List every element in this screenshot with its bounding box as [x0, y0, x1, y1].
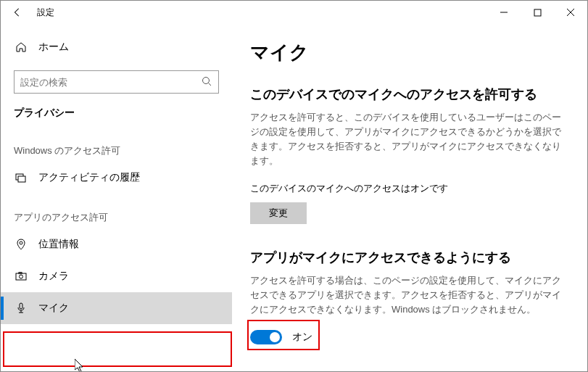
section-privacy: プライバシー [1, 99, 232, 127]
nav-label: マイク [38, 302, 69, 315]
page-title: マイク [250, 40, 570, 65]
nav-location[interactable]: 位置情報 [1, 228, 232, 260]
svg-line-3 [209, 83, 212, 86]
nav-camera[interactable]: カメラ [1, 260, 232, 292]
home-nav[interactable]: ホーム [1, 33, 232, 62]
toggle-label: オン [292, 331, 312, 344]
nav-label: 位置情報 [38, 238, 79, 251]
activity-icon [14, 172, 28, 183]
section-windows-perm: Windows のアクセス許可 [1, 127, 232, 162]
svg-rect-1 [534, 9, 541, 16]
heading-device-access: このデバイスでのマイクへのアクセスを許可する [250, 86, 570, 103]
nav-microphone[interactable]: マイク [1, 292, 232, 324]
svg-point-6 [20, 241, 22, 244]
svg-point-2 [203, 77, 210, 83]
back-button[interactable] [1, 1, 34, 24]
close-button[interactable] [554, 1, 587, 24]
nav-label: アクティビティの履歴 [38, 171, 140, 184]
section-app-perm: アプリのアクセス許可 [1, 194, 232, 228]
home-icon [14, 41, 28, 53]
nav-activity-history[interactable]: アクティビティの履歴 [1, 162, 232, 194]
home-label: ホーム [38, 41, 69, 54]
nav-label: カメラ [38, 270, 69, 283]
desc-app-access: アクセスを許可する場合は、このページの設定を使用して、マイクにアクセスできるアプ… [250, 273, 570, 317]
window-title: 設定 [34, 7, 54, 19]
app-access-toggle[interactable] [250, 330, 282, 344]
svg-rect-7 [16, 273, 26, 280]
minimize-button[interactable] [487, 1, 521, 24]
search-icon [201, 75, 212, 89]
camera-icon [14, 270, 28, 282]
maximize-button[interactable] [521, 1, 554, 24]
status-line: このデバイスのマイクへのアクセスはオンです [250, 182, 570, 195]
heading-app-access: アプリがマイクにアクセスできるようにする [250, 249, 570, 266]
change-button[interactable]: 変更 [250, 202, 307, 224]
location-icon [14, 239, 28, 250]
desc-device-access: アクセスを許可すると、このデバイスを使用しているユーザーはこのページの設定を使用… [250, 110, 570, 169]
svg-rect-5 [18, 176, 25, 182]
microphone-icon [14, 302, 28, 314]
svg-point-8 [20, 275, 23, 278]
search-input[interactable] [14, 70, 219, 94]
svg-rect-10 [20, 303, 22, 309]
search-field[interactable] [20, 77, 201, 88]
